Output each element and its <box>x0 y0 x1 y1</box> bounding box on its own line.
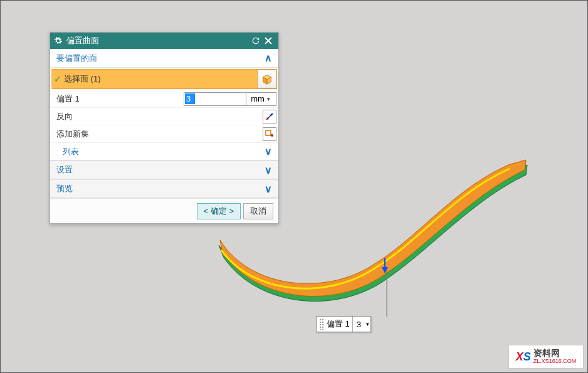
watermark-logo: XS 资料网 ZL.XS1616.COM <box>508 345 584 369</box>
face-picker-button[interactable] <box>258 70 276 88</box>
leader-line <box>386 269 387 317</box>
dialog-footer: < 确定 > 取消 <box>50 198 278 223</box>
svg-marker-1 <box>382 267 388 273</box>
chevron-up-icon: ∧ <box>265 52 272 64</box>
list-subsection[interactable]: 列表 ∨ <box>50 143 278 160</box>
check-icon: ✓ <box>54 74 61 84</box>
offset-value-input[interactable]: 3 <box>184 92 246 106</box>
gear-icon[interactable] <box>54 36 63 45</box>
section-preview-header[interactable]: 预览 ∨ <box>50 179 278 198</box>
cancel-button[interactable]: 取消 <box>243 203 273 219</box>
section-settings-header[interactable]: 设置 ∨ <box>50 160 278 179</box>
section-faces-header[interactable]: 要偏置的面 ∧ <box>50 49 278 68</box>
hud-value-input[interactable]: 3 <box>352 317 376 332</box>
select-face-label: 选择面 (1) <box>64 73 258 85</box>
chevron-down-icon: ▾ <box>267 96 270 102</box>
dialog-title: 偏置曲面 <box>66 35 249 46</box>
reverse-label: 反向 <box>56 111 263 122</box>
reset-icon[interactable] <box>249 36 262 45</box>
offset-label: 偏置 1 <box>56 93 184 105</box>
chevron-down-icon: ∨ <box>265 164 272 176</box>
add-set-label: 添加新集 <box>56 129 263 140</box>
offset-unit-dropdown[interactable]: mm ▾ <box>246 92 276 106</box>
select-face-row[interactable]: ✓ 选择面 (1) <box>51 69 277 89</box>
drag-grip-icon[interactable] <box>319 318 324 330</box>
close-icon[interactable] <box>262 37 275 45</box>
add-set-button[interactable] <box>263 127 276 141</box>
chevron-down-icon[interactable]: ▾ <box>366 321 369 327</box>
reverse-direction-button[interactable] <box>263 110 276 123</box>
dialog-titlebar[interactable]: 偏置曲面 <box>50 33 278 49</box>
chevron-down-icon: ∨ <box>265 183 272 195</box>
hud-label: 偏置 1 <box>327 318 350 330</box>
svg-rect-9 <box>266 130 271 135</box>
ok-button[interactable]: < 确定 > <box>197 203 241 219</box>
offset-surface-dialog: 偏置曲面 要偏置的面 ∧ ✓ 选择面 (1) 偏置 1 3 <box>50 32 279 224</box>
reverse-row: 反向 <box>50 108 278 125</box>
chevron-down-icon: ∨ <box>265 145 272 157</box>
offset-hud[interactable]: 偏置 1 3 ▾ <box>316 316 371 332</box>
add-set-row: 添加新集 <box>50 125 278 143</box>
offset-row: 偏置 1 3 mm ▾ <box>50 90 278 108</box>
